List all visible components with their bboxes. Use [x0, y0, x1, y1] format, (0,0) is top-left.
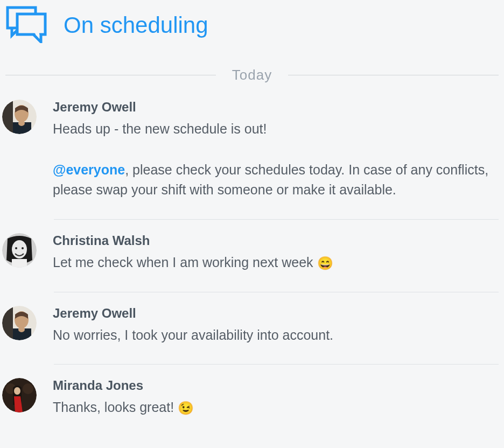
svg-point-8: [18, 121, 25, 126]
message: Christina WalshLet me check when I am wo…: [5, 233, 499, 284]
divider-line: [5, 75, 216, 75]
message-text: Heads up - the new schedule is out!@ever…: [53, 119, 493, 200]
emoji-icon: 😉: [178, 401, 194, 416]
avatar[interactable]: [2, 306, 37, 340]
message-author[interactable]: Jeremy Owell: [53, 306, 493, 321]
message-separator: [54, 292, 499, 292]
svg-point-26: [14, 387, 20, 395]
message-author[interactable]: Jeremy Owell: [53, 100, 493, 115]
avatar[interactable]: [2, 100, 37, 134]
emoji-icon: 😄: [317, 256, 333, 270]
message: Miranda JonesThanks, looks great! 😉: [5, 378, 499, 429]
avatar[interactable]: [2, 378, 37, 412]
message-author[interactable]: Miranda Jones: [53, 378, 493, 393]
channel-header: On scheduling: [5, 0, 499, 56]
svg-rect-2: [19, 16, 44, 33]
message-separator: [54, 364, 499, 365]
svg-rect-14: [12, 259, 27, 268]
message: Jeremy OwellHeads up - the new schedule …: [5, 100, 499, 211]
message-text: Let me check when I am working next week…: [53, 253, 493, 273]
date-label: Today: [216, 67, 288, 83]
svg-point-24: [23, 383, 33, 394]
date-divider: Today: [5, 67, 499, 83]
divider-line: [288, 75, 499, 75]
svg-point-13: [22, 247, 24, 249]
message-text-span: No worries, I took your availability int…: [53, 327, 333, 342]
svg-rect-5: [2, 100, 13, 134]
message-text-span: Thanks, looks great!: [53, 400, 178, 415]
message-text-span: Let me check when I am working next week: [53, 255, 317, 270]
avatar[interactable]: [2, 233, 37, 268]
svg-point-20: [18, 327, 25, 332]
message-text: No worries, I took your availability int…: [53, 325, 493, 346]
svg-rect-17: [2, 306, 13, 340]
message-text-span: Heads up - the new schedule is out!: [53, 121, 267, 136]
message-separator: [54, 219, 499, 220]
message-text: Thanks, looks great! 😉: [53, 397, 493, 418]
message-author[interactable]: Christina Walsh: [53, 233, 493, 248]
chat-icon: [5, 5, 47, 45]
mention[interactable]: @everyone: [53, 162, 125, 177]
svg-point-12: [15, 247, 17, 249]
message: Jeremy OwellNo worries, I took your avai…: [5, 306, 499, 356]
channel-title: On scheduling: [64, 12, 208, 38]
